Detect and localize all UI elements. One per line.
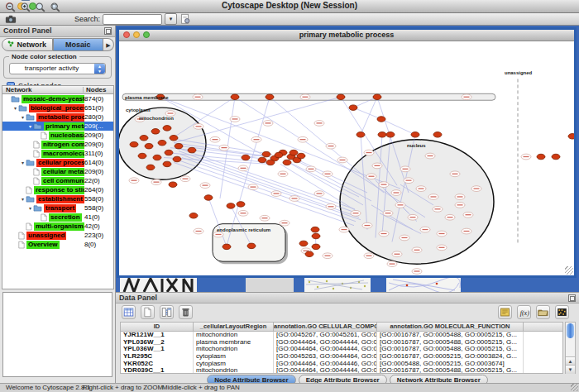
column-header[interactable]: ID [121,323,194,331]
snapshot-icon[interactable] [5,13,17,25]
tree-row-label: cellular metabo [41,168,84,176]
attribute-panel-button[interactable] [498,305,512,319]
tree-row-label: biological_process [29,104,84,112]
view-resize-grip[interactable] [565,266,573,275]
tree-row[interactable]: response to stimulu264(0) [2,185,113,194]
search-label: Search: [74,15,100,23]
tree-row[interactable]: ▾cellular process614(0) [2,158,113,167]
window-resize-grip[interactable] [571,384,578,391]
network-file-icon [26,222,32,231]
tree-row[interactable]: nitrogen compo209(0) [2,140,113,149]
tree-row[interactable]: Overview8(0) [2,240,113,249]
table-row[interactable]: YPL036W__2plasma membrane[GO:0044464, GO… [121,339,562,347]
zoom-selected-icon[interactable] [50,2,61,13]
tree-row-count: 280(0) [84,112,103,122]
svg-text:nucleus: nucleus [407,143,426,148]
tree-row-label: macromolecule [41,150,84,158]
scrollbar-thumb[interactable] [567,323,574,338]
delete-attribute-button[interactable] [179,305,193,319]
search-dropdown-button[interactable]: ▾ [165,13,177,25]
zoom-actual-icon[interactable] [35,2,46,13]
function-builder-button[interactable]: f(x) [517,305,531,319]
expand-triangle-icon[interactable]: ▾ [20,196,26,202]
folder-icon [26,113,35,121]
table-cell: YJR121W__1 [121,332,194,339]
table-cell: mitochondrion [194,346,274,353]
scroll-down-icon[interactable]: ▼ [566,365,575,374]
node-color-dropdown[interactable]: transporter activity ▲▼ [9,63,106,74]
table-button[interactable] [122,305,136,319]
table-cell: [GO:0044464, GO:0044446, GO:0044444, G..… [274,361,377,368]
table-row[interactable]: YJR121W__1mitochondrion[GO:0045267, GO:0… [121,332,562,339]
tree-row[interactable]: multi-organism pro42(0) [2,222,113,231]
expand-triangle-icon[interactable]: ▾ [20,114,26,120]
status-zoom-hint: Right-click + drag to ZOOM [83,384,163,392]
tree-row[interactable]: ▾biological_process651(0) [2,103,113,112]
network-tree-icon [7,38,14,51]
tree-row[interactable]: mosaic-demo-yeast874(0) [2,94,113,103]
tree-row[interactable]: ▾transport558(0) [2,203,113,213]
folder-icon [11,95,20,103]
expand-triangle-icon[interactable]: ▾ [27,123,33,129]
zoom-out-icon[interactable] [5,2,17,13]
advanced-search-icon[interactable] [179,13,191,25]
tree-row[interactable]: secretion41(0) [2,213,113,222]
import-table-button[interactable] [536,305,550,319]
expand-triangle-icon[interactable]: ▾ [20,160,26,165]
table-cell: cytoplasm [194,353,274,361]
table-row[interactable]: YKR052Ccytoplasm[GO:0044464, GO:0044446,… [121,361,562,368]
tree-row-label: cell communicat [41,177,84,185]
data-panel: Data Panel f(x) ID_cellularLayoutRegiona… [116,292,579,383]
network-view-titlebar[interactable]: primary metabolic process [119,30,574,41]
dropdown-stepper-icon: ▲▼ [94,64,105,74]
tab-mosaic[interactable]: Mosaic [53,38,104,51]
tree-row-label: nucleobase- [49,131,84,140]
column-header[interactable]: annotation.GO CELLULAR_COMPONENT [274,323,377,331]
network-file-icon [18,241,25,249]
tab-network[interactable]: Network [2,38,53,51]
folder-icon [33,122,42,130]
tree-row-count: 558(0) [84,203,103,213]
tree-row[interactable]: macromolecule311(0) [2,149,113,158]
tree-row[interactable]: cell communicat22(0) [2,176,113,185]
tree-row[interactable]: ▾establishment of lo558(0) [2,194,113,203]
expand-triangle-icon[interactable]: ▾ [12,105,18,111]
table-cell: cytoplasm [194,361,274,368]
table-row[interactable]: YLR295Ccytoplasm[GO:0045263, GO:0044464,… [121,353,562,361]
zoom-in-icon[interactable] [20,2,31,13]
column-header[interactable]: annotation.GO MOLECULAR_FUNCTION [377,323,524,331]
more-tabs-button[interactable]: ▶ [103,38,114,51]
network-canvas[interactable]: plasma membranecytoplasmmitochondrionnuc… [119,41,574,275]
birdseye-view-panel[interactable] [2,292,112,377]
group-label: Node color selection [9,53,79,60]
select-attributes-button[interactable] [160,305,174,319]
table-cell: [GO:0016787, GO:0005488, GO:0005215, G..… [377,332,524,339]
tree-row[interactable]: nucleobase-209(0) [2,131,113,140]
network-file-icon [33,141,40,149]
expand-triangle-icon[interactable]: ▾ [27,205,33,211]
svg-text:plasma membrane: plasma membrane [125,95,169,100]
tree-row[interactable]: ▾primary metabo209(... [2,122,113,131]
tree-row-label: primary metabo [44,122,84,131]
tree-row-label: Overview [26,241,60,249]
column-header[interactable]: _cellularLayoutRegion [194,323,274,331]
svg-text:unassigned: unassigned [505,70,533,75]
table-cell: YDR039C__1 [121,367,194,374]
tree-row[interactable]: unassigned223(0) [2,231,113,240]
table-row[interactable]: YDR039C__1mitochondrion[GO:0044464, GO:0… [121,367,562,374]
svg-text:f(x): f(x) [520,309,529,317]
table-cell: [GO:0016787, GO:0005488, GO:0005215, G..… [377,367,524,374]
network-view-title: primary metabolic process [119,31,574,39]
table-scrollbar[interactable]: ▲ ▼ [565,322,576,374]
tree-row[interactable]: ▾metabolic process280(0) [2,112,113,122]
table-row[interactable]: YPL036W__1mitochondrion[GO:0044464, GO:0… [121,346,562,353]
table-cell: [GO:0045267, GO:0045261, GO:0044464, G..… [274,332,377,339]
tree-row[interactable]: cellular metabo209(0) [2,167,113,176]
float-panel-icon[interactable] [104,27,112,35]
float-data-panel-icon[interactable] [568,294,576,302]
matrix-button[interactable] [555,305,569,319]
search-input[interactable] [103,14,162,25]
new-attribute-button[interactable] [141,305,155,319]
tree-row-label: cellular process [36,159,84,167]
tree-row-label: metabolic process [36,113,84,122]
